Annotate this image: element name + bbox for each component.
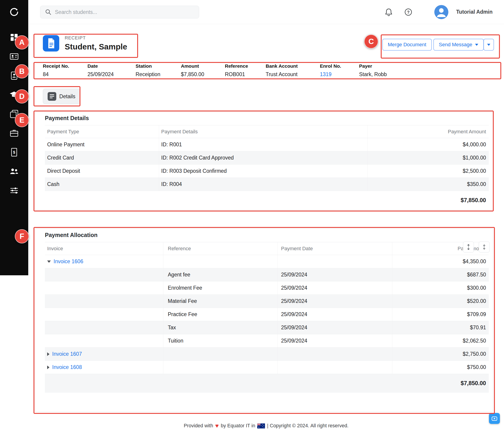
payment-details-title: Payment Details — [45, 114, 493, 122]
column-header-payment-type: Payment Type — [45, 125, 159, 138]
invoice-1606-link[interactable]: Invoice 1606 — [54, 258, 83, 265]
search-bar[interactable] — [40, 6, 199, 18]
payment-allocation-table: Invoice Reference Payment Date Paid Amou… — [45, 242, 489, 393]
invoice-1608-link[interactable]: Invoice 1608 — [52, 364, 82, 370]
allocation-date: 25/09/2024 — [278, 308, 392, 321]
sidebar-item-agents[interactable] — [9, 166, 19, 176]
footer-text-2: by Equator IT in — [221, 423, 255, 429]
sidebar-item-contacts[interactable] — [9, 52, 19, 62]
person-icon — [434, 5, 448, 19]
app-logo[interactable] — [0, 0, 28, 24]
field-label: Reference — [225, 63, 248, 69]
expand-all-button[interactable] — [463, 242, 474, 253]
allocation-amount: $687.50 — [392, 268, 489, 281]
dashboard-icon — [9, 33, 19, 42]
allocation-item-row: Tuition 25/09/2024 $2,062.50 — [45, 334, 489, 348]
field-value: ROB001 — [225, 71, 248, 78]
enrol-number-link[interactable]: 1319 — [320, 71, 341, 78]
expand-invoice-caret-icon[interactable] — [47, 366, 49, 369]
field-label: Amount — [181, 63, 204, 69]
invoice-1607-link[interactable]: Invoice 1607 — [52, 351, 82, 357]
field-label: Receipt No. — [43, 63, 69, 69]
receipt-summary-row: Receipt No. 84 Date 25/09/2024 Station R… — [43, 63, 487, 80]
payment-type-cell: Cash — [45, 178, 159, 191]
field-label: Station — [135, 63, 160, 69]
sidebar-item-finance[interactable]: $ — [9, 147, 19, 157]
payment-details-cell: ID: R002 Credit Card Approved — [159, 151, 368, 164]
sidebar-nav: $ — [0, 24, 28, 275]
allocation-amount: $520.00 — [392, 295, 489, 308]
merge-document-button[interactable]: Merge Document — [382, 39, 432, 51]
payment-details-cell: ID: R003 Deposit Confirmed — [159, 164, 368, 178]
column-header-reference: Reference — [163, 242, 278, 255]
send-message-label: Send Message — [439, 42, 472, 48]
payment-details-total: $7,850.00 — [45, 191, 489, 210]
allocation-item-row: Material Fee 25/09/2024 $520.00 — [45, 295, 489, 308]
more-actions-button[interactable] — [484, 39, 494, 51]
payment-amount-cell: $1,000.00 — [368, 151, 489, 164]
field-value: Stark, Robb — [359, 71, 387, 78]
heart-icon: ♥ — [215, 424, 219, 428]
collapse-rows-icon — [481, 244, 488, 251]
field-receipt-no: Receipt No. 84 — [43, 63, 69, 78]
allocation-item-row: Tax 25/09/2024 $70.91 — [45, 321, 489, 334]
allocation-amount: $709.09 — [392, 308, 489, 321]
field-station: Station Receiption — [135, 63, 160, 78]
sidebar-item-students[interactable] — [9, 71, 19, 81]
search-icon — [45, 9, 52, 16]
user-avatar[interactable] — [434, 5, 448, 19]
table-row: Online Payment ID: R001 $4,000.00 — [45, 138, 489, 151]
collapse-all-button[interactable] — [479, 242, 490, 253]
user-name: Tutorial Admin — [456, 9, 493, 15]
invoice-icon: $ — [9, 147, 19, 157]
sidebar-item-courses[interactable] — [9, 90, 19, 100]
field-value: $7,850.00 — [181, 71, 204, 78]
table-header-row: Payment Type Payment Details Payment Amo… — [45, 125, 489, 138]
invoice-group-row: Invoice 1607 $2,750.00 — [45, 348, 489, 361]
sidebar-item-dashboard[interactable] — [9, 32, 19, 42]
allocation-amount: $2,062.50 — [392, 334, 489, 348]
article-icon — [48, 92, 56, 101]
table-row: Credit Card ID: R002 Credit Card Approve… — [45, 151, 489, 164]
payment-allocation-card: Payment Allocation Invoice Reference Pay… — [35, 228, 493, 412]
invoice-group-row: Invoice 1606 $4,350.00 — [45, 255, 489, 268]
total-row: $7,850.00 — [45, 374, 489, 393]
field-payer: Payer Stark, Robb — [359, 63, 387, 78]
table-header-row: Invoice Reference Payment Date Paid Amou… — [45, 242, 489, 255]
chat-widget-button[interactable] — [489, 413, 500, 424]
column-header-payment-amount: Payment Amount — [368, 125, 489, 138]
field-value: Receiption — [135, 71, 160, 78]
payment-type-cell: Direct Deposit — [45, 164, 159, 178]
contacts-icon — [9, 52, 19, 61]
payment-amount-cell: $2,500.00 — [368, 164, 489, 178]
top-bar: ? Tutorial Admin — [0, 0, 504, 24]
field-amount: Amount $7,850.00 — [181, 63, 204, 78]
chat-launch-icon — [491, 415, 498, 422]
svg-text:$: $ — [13, 150, 15, 154]
allocation-reference: Agent fee — [163, 268, 278, 281]
record-type-label: RECEIPT — [65, 35, 127, 41]
collapse-invoice-caret-icon[interactable] — [47, 261, 51, 263]
australia-flag-icon — [257, 424, 265, 428]
expand-invoice-caret-icon[interactable] — [47, 352, 49, 356]
help-button[interactable]: ? — [403, 7, 413, 17]
field-bank-account: Bank Account Trust Account — [266, 63, 297, 78]
allocation-date: 25/09/2024 — [278, 321, 392, 334]
tab-details[interactable]: Details — [43, 89, 80, 104]
sidebar-item-services[interactable] — [9, 128, 19, 138]
search-input[interactable] — [55, 9, 194, 15]
send-message-button[interactable]: Send Message — [433, 39, 484, 51]
notifications-button[interactable] — [384, 7, 394, 17]
receipt-header: RECEIPT Student, Sample — [43, 35, 127, 52]
payment-amount-cell: $350.00 — [368, 178, 489, 191]
field-value: Trust Account — [266, 71, 297, 78]
allocation-reference: Material Fee — [163, 295, 278, 308]
sidebar-item-settings[interactable] — [9, 186, 19, 196]
field-enrol-no: Enrol No. 1319 — [320, 63, 341, 78]
sidebar-item-cards[interactable] — [9, 109, 19, 119]
annotation-marker-c: C — [364, 34, 378, 49]
briefcase-icon — [9, 128, 19, 138]
footer-text-1: Provided with — [184, 423, 213, 429]
table-row: Direct Deposit ID: R003 Deposit Confirme… — [45, 164, 489, 178]
allocation-date: 25/09/2024 — [278, 295, 392, 308]
